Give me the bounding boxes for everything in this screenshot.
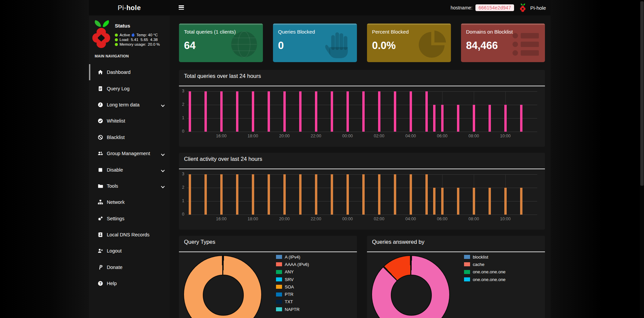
bar-04:00[interactable]: [410, 174, 412, 215]
bar-01:00[interactable]: [362, 174, 365, 215]
y-axis-tick-label: 2: [179, 185, 184, 190]
bar-09:00[interactable]: [489, 188, 491, 215]
bar-22:00[interactable]: [315, 174, 317, 215]
sidebar-item-blacklist[interactable]: Blacklist: [89, 129, 170, 145]
card-label: Queries Blocked: [278, 29, 315, 35]
bar-14:00[interactable]: [189, 91, 191, 132]
legend-item[interactable]: blocklist: [464, 253, 506, 261]
legend-item[interactable]: one.one.one.one: [464, 268, 506, 276]
bar-01:00[interactable]: [362, 91, 365, 132]
sidebar-item-whitelist[interactable]: Whitelist: [89, 113, 170, 129]
legend-item[interactable]: cache: [464, 261, 506, 268]
legend-label: NAPTR: [285, 307, 300, 312]
chart-title: Client activity over last 24 hours: [184, 156, 262, 162]
sidebar-item-logout[interactable]: Logout: [89, 243, 170, 259]
active-accent-bar: [89, 162, 90, 178]
bar-15:00[interactable]: [204, 91, 207, 132]
bar-07:00[interactable]: [457, 105, 459, 132]
bar-23:00[interactable]: [331, 91, 333, 132]
legend-item[interactable]: one.one.one.one: [464, 276, 506, 283]
legend-item[interactable]: PTR: [276, 290, 309, 298]
bar-22:00[interactable]: [315, 91, 317, 132]
bar-05:30[interactable]: [433, 188, 435, 215]
status-value: 20.0 %: [148, 42, 160, 46]
logo-text-bold: hole: [126, 4, 141, 11]
sidebar-item-settings[interactable]: Settings: [89, 211, 170, 227]
file-icon: [97, 86, 103, 92]
legend-item[interactable]: SOA: [276, 283, 309, 290]
queries-answered-by-donut-chart[interactable]: [372, 256, 449, 318]
bar-06:00[interactable]: [441, 105, 444, 132]
bar-10:00[interactable]: [504, 188, 507, 215]
bar-11:00[interactable]: [520, 105, 522, 132]
page-scrollbar-thumb[interactable]: [640, 1, 644, 186]
bar-11:00[interactable]: [520, 188, 522, 215]
query-types-legend: A (IPv4)AAAA (IPv6)ANYSRVSOAPTRTXTNAPTR: [276, 253, 309, 313]
bar-04:00[interactable]: [410, 91, 412, 132]
bar-23:00[interactable]: [331, 174, 333, 215]
brand-link[interactable]: Pi-hole: [530, 5, 546, 11]
card-label: Percent Blocked: [372, 29, 409, 35]
sidebar-item-network[interactable]: Network: [89, 194, 170, 210]
active-accent-bar: [89, 243, 90, 259]
bar-00:00[interactable]: [347, 91, 349, 132]
bar-09:00[interactable]: [489, 105, 491, 132]
bar-02:00[interactable]: [378, 174, 380, 215]
legend-swatch-icon: [464, 270, 470, 274]
bar-14:00[interactable]: [189, 174, 191, 215]
bar-10:00[interactable]: [504, 105, 507, 132]
x-axis-tick-label: 06:00: [434, 217, 450, 221]
sidebar-item-group-management[interactable]: Group Management: [89, 145, 170, 162]
bar-21:00[interactable]: [299, 91, 302, 132]
sidebar-item-donate[interactable]: Donate: [89, 259, 170, 275]
bar-17:00[interactable]: [236, 91, 238, 132]
sidebar-logo-header[interactable]: Pi-hole: [89, 0, 170, 15]
status-dot-icon: [115, 34, 118, 37]
bar-07:00[interactable]: [457, 188, 459, 215]
bar-00:00[interactable]: [347, 174, 349, 215]
bar-21:00[interactable]: [299, 174, 302, 215]
bar-19:00[interactable]: [268, 91, 270, 132]
legend-item[interactable]: AAAA (IPv6): [276, 261, 309, 268]
sidebar-item-tools[interactable]: Tools: [89, 178, 170, 194]
legend-item[interactable]: NAPTR: [276, 306, 309, 313]
bar-03:00[interactable]: [394, 174, 396, 215]
bar-19:00[interactable]: [268, 174, 270, 215]
bar-08:00[interactable]: [473, 105, 475, 132]
sidebar-item-disable[interactable]: Disable: [89, 162, 170, 178]
legend-item[interactable]: A (IPv4): [276, 253, 309, 261]
sidebar-item-long-term-data[interactable]: Long term data: [89, 97, 170, 113]
bar-08:00[interactable]: [473, 188, 475, 215]
legend-item[interactable]: SRV: [276, 276, 309, 283]
legend-label: ANY: [285, 269, 294, 274]
legend-item[interactable]: ANY: [276, 268, 309, 276]
bar-02:00[interactable]: [378, 91, 380, 132]
bar-17:00[interactable]: [236, 174, 238, 215]
bar-16:00[interactable]: [220, 174, 223, 215]
sidebar-item-dashboard[interactable]: Dashboard: [89, 64, 170, 80]
hamburger-icon[interactable]: [179, 5, 184, 10]
chart-title: Total queries over last 24 hours: [184, 73, 261, 79]
bar-15:00[interactable]: [204, 174, 207, 215]
bar-18:00[interactable]: [252, 174, 254, 215]
bar-20:00[interactable]: [283, 91, 286, 132]
bar-20:00[interactable]: [283, 174, 286, 215]
bar-03:00[interactable]: [394, 91, 396, 132]
sidebar-item-local-dns-records[interactable]: Local DNS Records: [89, 227, 170, 243]
query-types-donut-chart[interactable]: [184, 256, 261, 318]
bar-05:00[interactable]: [425, 91, 428, 132]
bar-18:00[interactable]: [252, 91, 254, 132]
hostname-badge[interactable]: 666154e2d947: [475, 4, 514, 11]
status-text: Active: [120, 33, 130, 37]
bar-05:30[interactable]: [433, 105, 435, 132]
card-label: Total queries (1 clients): [184, 29, 236, 35]
bar-05:00[interactable]: [425, 174, 428, 215]
sidebar-item-query-log[interactable]: Query Log: [89, 80, 170, 96]
y-axis-tick-label: 0: [179, 212, 184, 217]
sidebar-item-help[interactable]: ?Help: [89, 275, 170, 291]
clock-icon: [97, 102, 103, 108]
bar-06:00[interactable]: [441, 188, 444, 215]
status-line: Load:5.41 5.65 4.38: [115, 38, 158, 42]
bar-16:00[interactable]: [220, 91, 223, 132]
legend-item[interactable]: TXT: [276, 298, 309, 306]
